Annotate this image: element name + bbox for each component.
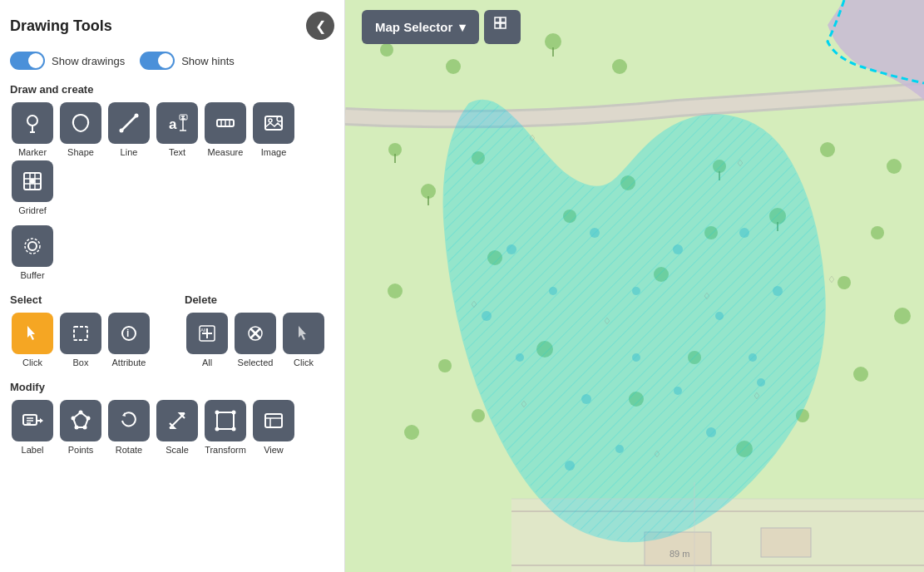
delete-click-label: Click xyxy=(294,358,314,367)
svg-line-3 xyxy=(121,116,136,131)
delete-all-tool[interactable]: All All xyxy=(185,313,230,367)
svg-text:i: i xyxy=(126,328,129,339)
svg-point-53 xyxy=(232,411,236,415)
panel-title: Drawing Tools xyxy=(10,17,112,35)
draw-create-label: Draw and create xyxy=(10,83,334,96)
svg-point-116 xyxy=(773,286,783,296)
svg-rect-28 xyxy=(74,327,87,340)
grid-toggle-button[interactable] xyxy=(484,10,521,44)
show-drawings-label: Show drawings xyxy=(52,55,125,67)
view-icon xyxy=(253,400,294,441)
svg-point-112 xyxy=(565,461,575,471)
svg-text:♢: ♢ xyxy=(653,449,661,459)
select-delete-row: Select Click Box i xyxy=(10,290,334,377)
delete-all-label: All xyxy=(202,358,212,367)
svg-point-103 xyxy=(632,287,640,295)
map-selector-label: Map Selector xyxy=(375,20,452,34)
svg-rect-64 xyxy=(761,528,811,557)
view-tool[interactable]: View xyxy=(251,400,296,455)
scale-tool[interactable]: Scale xyxy=(155,400,200,455)
buffer-grid: Buffer xyxy=(10,225,334,280)
svg-point-46 xyxy=(86,417,91,421)
map-svg: 89 m ♢ ♢ ♢ ♢ ♢ ♢ ♢ ♢ ♢ xyxy=(345,0,924,572)
svg-point-69 xyxy=(612,59,627,74)
delete-all-icon: All xyxy=(186,313,228,354)
svg-rect-130 xyxy=(495,17,500,22)
delete-click-icon xyxy=(283,313,324,354)
svg-text:a: a xyxy=(169,116,177,132)
delete-selected-icon xyxy=(235,313,276,354)
gridref-tool[interactable]: Gridref xyxy=(10,160,55,215)
svg-point-93 xyxy=(446,59,461,74)
svg-point-5 xyxy=(135,114,139,118)
svg-point-80 xyxy=(404,425,419,440)
text-label: Text xyxy=(169,147,185,157)
svg-text:♢: ♢ xyxy=(753,391,761,401)
svg-text:All: All xyxy=(200,328,206,333)
svg-point-27 xyxy=(25,239,40,254)
delete-label: Delete xyxy=(185,293,334,306)
delete-selected-tool[interactable]: Selected xyxy=(233,313,278,367)
svg-point-47 xyxy=(83,426,87,430)
svg-rect-51 xyxy=(217,412,234,429)
marker-tool[interactable]: Marker xyxy=(10,102,55,157)
svg-rect-56 xyxy=(265,414,282,427)
svg-text:♢: ♢ xyxy=(736,158,744,168)
svg-point-106 xyxy=(739,228,749,238)
svg-point-109 xyxy=(674,387,682,395)
svg-text:♢: ♢ xyxy=(828,274,836,284)
buffer-tool[interactable]: Buffer xyxy=(10,225,55,280)
text-tool[interactable]: a Text xyxy=(155,102,200,157)
line-tool[interactable]: Line xyxy=(106,102,151,157)
image-tool[interactable]: Image xyxy=(251,102,296,157)
points-label: Points xyxy=(68,445,94,455)
points-tool[interactable]: Points xyxy=(58,400,103,455)
delete-selected-label: Selected xyxy=(238,358,274,367)
show-hints-label: Show hints xyxy=(181,55,235,67)
measure-tool[interactable]: Measure xyxy=(203,102,248,157)
svg-rect-133 xyxy=(501,23,506,28)
svg-marker-44 xyxy=(73,412,88,427)
view-label: View xyxy=(264,445,284,455)
transform-tool[interactable]: Transform xyxy=(203,400,248,455)
svg-point-0 xyxy=(27,116,37,126)
svg-point-91 xyxy=(887,159,902,174)
label-tool[interactable]: Label xyxy=(10,400,55,455)
shape-tool[interactable]: Shape xyxy=(58,102,103,157)
show-drawings-toggle[interactable]: Show drawings xyxy=(10,52,125,70)
select-box-tool[interactable]: Box xyxy=(58,313,103,367)
delete-click-tool[interactable]: Click xyxy=(281,313,326,367)
svg-point-90 xyxy=(838,276,851,289)
gridref-label: Gridref xyxy=(18,205,47,215)
rotate-label: Rotate xyxy=(116,445,142,455)
map-panel: 89 m ♢ ♢ ♢ ♢ ♢ ♢ ♢ ♢ ♢ Map Selector ▾ xyxy=(345,0,924,572)
svg-point-52 xyxy=(215,411,220,415)
select-attribute-tool[interactable]: i Attribute xyxy=(106,313,151,367)
modify-grid: Label Points Rotate Scale Transform xyxy=(10,400,334,455)
map-selector-button[interactable]: Map Selector ▾ xyxy=(362,10,479,44)
svg-text:♢: ♢ xyxy=(603,316,611,326)
map-selector-arrow: ▾ xyxy=(459,20,466,35)
line-label: Line xyxy=(121,147,138,157)
collapse-button[interactable]: ❮ xyxy=(306,12,334,40)
show-hints-toggle[interactable]: Show hints xyxy=(140,52,235,70)
show-drawings-switch[interactable] xyxy=(10,52,45,70)
toggle-row: Show drawings Show hints xyxy=(10,52,334,70)
svg-point-78 xyxy=(388,284,403,298)
panel-header: Drawing Tools ❮ xyxy=(10,12,334,40)
svg-text:89 m: 89 m xyxy=(670,549,689,559)
svg-text:♢: ♢ xyxy=(470,299,478,309)
measure-icon xyxy=(205,102,246,144)
svg-point-110 xyxy=(706,427,716,437)
show-hints-switch[interactable] xyxy=(140,52,175,70)
select-attribute-icon: i xyxy=(108,313,150,354)
rotate-tool[interactable]: Rotate xyxy=(106,400,151,455)
svg-point-108 xyxy=(581,394,591,404)
select-click-tool[interactable]: Click xyxy=(10,313,55,367)
svg-point-49 xyxy=(72,417,76,421)
shape-label: Shape xyxy=(67,147,94,157)
svg-rect-16 xyxy=(265,116,282,130)
transform-label: Transform xyxy=(205,445,246,455)
label-icon xyxy=(12,400,53,441)
select-box-label: Box xyxy=(73,358,89,367)
